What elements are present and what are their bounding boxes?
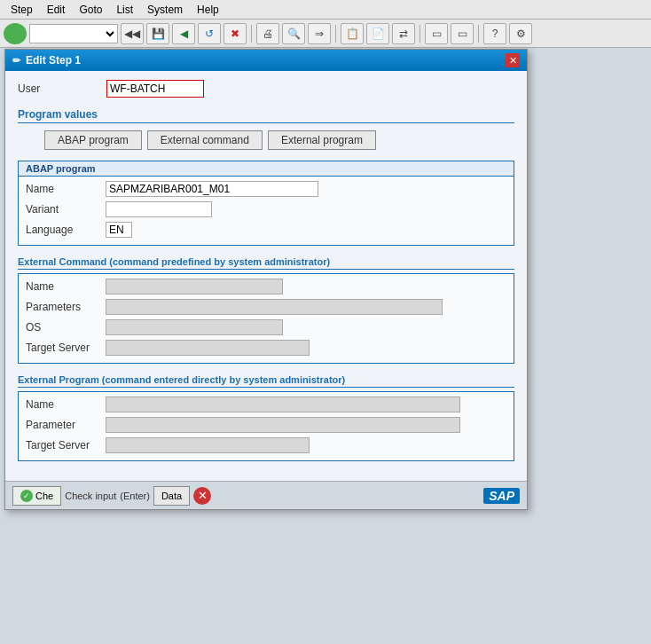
ext-prog-target-label: Target Server: [26, 439, 106, 452]
dialog-content: User Program values ABAP program Externa…: [5, 71, 527, 481]
abap-variant-label: Variant: [26, 203, 106, 216]
abap-section-title: ABAP program: [19, 161, 514, 177]
toolbar-sep2: [335, 25, 336, 43]
ext-cmd-target-label: Target Server: [26, 342, 106, 354]
user-row: User: [18, 80, 514, 98]
ext-cmd-os-label: OS: [26, 321, 106, 334]
data-button[interactable]: Data: [153, 486, 190, 506]
sap-logo: SAP: [483, 488, 520, 504]
ext-command-outer: External Command (command predefined by …: [18, 256, 514, 364]
ext-program-section: Name Parameter Target Server: [18, 391, 514, 461]
abap-name-label: Name: [26, 183, 106, 195]
ext-prog-target-row: Target Server: [26, 436, 506, 454]
toolbar-transfer[interactable]: ⇄: [392, 23, 415, 44]
abap-section-content: Name Variant Language: [19, 177, 514, 245]
cancel-red-button[interactable]: ✕: [193, 487, 211, 505]
abap-variant-row: Variant: [26, 200, 506, 218]
ext-cmd-name-row: Name: [26, 278, 506, 295]
ext-cmd-params-label: Parameters: [26, 301, 106, 313]
ext-prog-target-input[interactable]: [106, 437, 310, 453]
program-buttons-row: ABAP program External command External p…: [18, 130, 514, 150]
check-label: Che: [35, 491, 53, 501]
abap-variant-input[interactable]: [106, 201, 212, 217]
ext-cmd-name-input[interactable]: [106, 279, 283, 295]
toolbar-help[interactable]: ?: [483, 23, 506, 44]
menu-list[interactable]: List: [109, 2, 140, 18]
ext-cmd-name-label: Name: [26, 280, 106, 293]
toolbar-print[interactable]: 🖨: [256, 23, 279, 44]
ext-command-content: Name Parameters OS Target Server: [19, 274, 514, 363]
abap-language-input[interactable]: [106, 222, 132, 238]
dialog-edit-icon: ✏: [12, 55, 20, 67]
ext-prog-name-label: Name: [26, 398, 106, 411]
check-icon: ✓: [20, 490, 33, 502]
toolbar-copy[interactable]: 📋: [341, 23, 364, 44]
check-input-button[interactable]: ✓ Che: [12, 486, 61, 506]
ext-cmd-params-input[interactable]: [106, 299, 443, 315]
user-label: User: [18, 82, 106, 95]
toolbar-back[interactable]: ◀: [172, 23, 195, 44]
toolbar-green-btn[interactable]: [4, 23, 27, 44]
dialog-title-text: Edit Step 1: [26, 54, 81, 67]
program-values-header: Program values: [18, 108, 514, 123]
abap-language-label: Language: [26, 224, 106, 236]
menu-help[interactable]: Help: [190, 2, 226, 18]
abap-program-section: ABAP program Name Variant Language: [18, 161, 514, 246]
toolbar-sep1: [251, 25, 252, 43]
toolbar-sep4: [478, 25, 479, 43]
toolbar-sep3: [420, 25, 420, 43]
dialog-close-button[interactable]: ✕: [506, 53, 520, 67]
ext-prog-name-input[interactable]: [106, 397, 460, 412]
ext-program-outer: External Program (command entered direct…: [18, 374, 514, 461]
dialog-title-bar: ✏ Edit Step 1 ✕: [5, 50, 527, 71]
menu-system[interactable]: System: [140, 2, 190, 18]
dialog-title-left: ✏ Edit Step 1: [12, 54, 81, 67]
toolbar-box1[interactable]: ▭: [425, 23, 448, 44]
abap-language-row: Language: [26, 221, 506, 239]
ext-cmd-os-input[interactable]: [106, 319, 283, 335]
toolbar-cancel[interactable]: ✖: [224, 23, 247, 44]
toolbar-dropdown[interactable]: [29, 24, 118, 43]
enter-parens: (Enter): [120, 491, 150, 501]
ext-cmd-params-row: Parameters: [26, 298, 506, 316]
toolbar-find[interactable]: 🔍: [282, 23, 305, 44]
ext-cmd-target-input[interactable]: [106, 340, 310, 356]
edit-step-dialog: ✏ Edit Step 1 ✕ User Program values ABAP…: [4, 49, 528, 510]
toolbar-settings[interactable]: ⚙: [509, 23, 532, 44]
toolbar: ◀◀ 💾 ◀ ↺ ✖ 🖨 🔍 ⇒ 📋 📄 ⇄ ▭ ▭ ? ⚙: [0, 20, 651, 48]
ext-program-content: Name Parameter Target Server: [19, 392, 514, 460]
dialog-bottom-bar: ✓ Che Check input (Enter) Data ✕ SAP: [5, 481, 527, 509]
menu-step[interactable]: Step: [4, 2, 40, 18]
ext-cmd-os-row: OS: [26, 318, 506, 336]
ext-prog-param-input[interactable]: [106, 417, 460, 433]
toolbar-nav-first[interactable]: ◀◀: [121, 23, 144, 44]
ext-command-section: Name Parameters OS Target Server: [18, 273, 514, 364]
enter-label: Check input: [65, 491, 116, 501]
abap-name-input[interactable]: [106, 181, 318, 197]
external-program-button[interactable]: External program: [268, 130, 376, 150]
ext-prog-name-row: Name: [26, 396, 506, 413]
abap-program-button[interactable]: ABAP program: [44, 130, 142, 150]
ext-prog-param-row: Parameter: [26, 416, 506, 434]
program-values-section: Program values ABAP program External com…: [18, 108, 514, 150]
user-input[interactable]: [106, 80, 204, 98]
external-command-button[interactable]: External command: [147, 130, 263, 150]
menu-bar: Step Edit Goto List System Help: [0, 0, 651, 20]
toolbar-paste[interactable]: 📄: [366, 23, 389, 44]
toolbar-save[interactable]: 💾: [146, 23, 169, 44]
ext-program-header: External Program (command entered direct…: [18, 374, 514, 388]
ext-prog-param-label: Parameter: [26, 419, 106, 431]
menu-edit[interactable]: Edit: [40, 2, 73, 18]
toolbar-box2[interactable]: ▭: [451, 23, 474, 44]
toolbar-find-next[interactable]: ⇒: [308, 23, 331, 44]
menu-goto[interactable]: Goto: [72, 2, 109, 18]
ext-command-header: External Command (command predefined by …: [18, 256, 514, 270]
abap-name-row: Name: [26, 180, 506, 198]
ext-cmd-target-row: Target Server: [26, 339, 506, 357]
toolbar-refresh[interactable]: ↺: [198, 23, 221, 44]
